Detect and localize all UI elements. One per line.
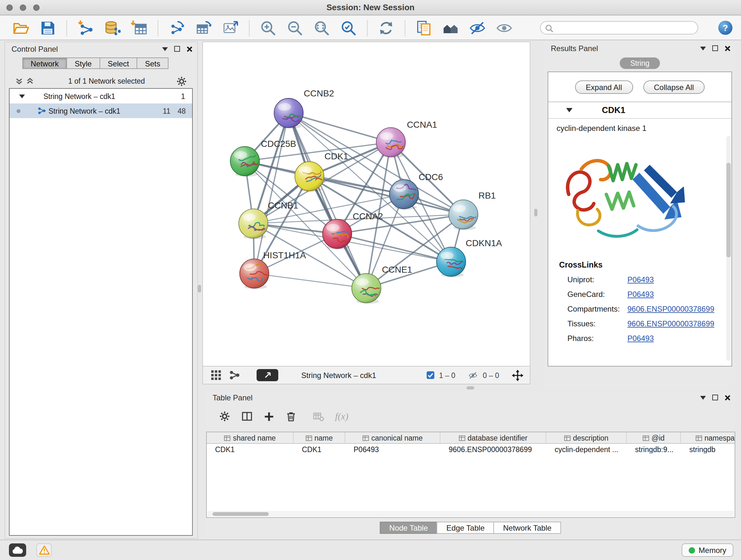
export-image-button[interactable] [222,19,239,36]
panel-float-icon[interactable] [712,395,718,400]
table-cell[interactable]: P06493 [345,446,441,453]
column-header-name[interactable]: name [293,432,345,443]
save-session-button[interactable] [40,19,56,36]
results-scrollbar[interactable] [726,136,731,361]
panel-close-icon[interactable] [724,394,731,401]
help-button[interactable]: ? [718,20,733,36]
edge-HIST1H1A-CCNE1[interactable] [254,273,366,288]
show-columns-button[interactable] [241,411,253,422]
panel-close-icon[interactable] [186,46,193,52]
visibility-button[interactable] [496,19,513,36]
table-row[interactable]: CDK1CDK1P064939606.ENSP00000378699cyclin… [207,444,735,455]
node-CCNA1[interactable]: CCNA1 [376,120,437,158]
node-HIST1H1A[interactable]: HIST1H1A [240,250,306,289]
string-home-button[interactable] [442,19,459,36]
table-cell[interactable]: cyclin-dependent ... [546,446,627,453]
zoom-out-button[interactable] [286,19,303,36]
import-network-database-button[interactable] [104,19,121,36]
column-header-description[interactable]: description [546,432,627,443]
network-collection-row[interactable]: String Network – cdk1 1 [10,89,192,104]
columns-icon [241,411,253,422]
selected-checkbox-icon[interactable] [426,371,434,379]
network-canvas[interactable]: CCNB2CCNA1CDC25BCDK1CDC6RB1CCNB1CCNA2CDK… [203,42,530,367]
collapse-all-icon[interactable] [15,77,23,85]
column-header--id[interactable]: @id [627,432,681,443]
edge-CCNB2-CCNE1[interactable] [289,113,366,288]
table-cell[interactable]: CDK1 [207,446,293,453]
table-horizontal-scrollbar[interactable] [207,511,734,516]
import-table-button[interactable] [131,19,147,36]
panel-float-icon[interactable] [712,45,718,51]
panel-float-icon[interactable] [174,46,180,52]
zoom-selected-button[interactable] [340,19,357,36]
expand-triangle-icon[interactable] [19,94,25,98]
network-row[interactable]: String Network – cdk1 11 48 [10,104,192,118]
move-icon[interactable] [512,369,523,381]
refresh-layout-button[interactable] [378,19,394,36]
collapse-all-button[interactable]: Collapse All [643,80,704,94]
search-input[interactable] [556,22,694,33]
tab-style[interactable]: Style [66,57,100,69]
tab-network[interactable]: Network [22,57,67,69]
zoom-window-button[interactable] [33,4,40,11]
delete-column-button[interactable] [285,411,297,422]
column-header-database-identifier[interactable]: database identifier [441,432,546,443]
node-CDKN1A[interactable]: CDKN1A [436,238,502,277]
string-tab-badge[interactable]: String [620,57,660,69]
crosslink-link[interactable]: P06493 [627,334,654,343]
node-CCNE1[interactable]: CCNE1 [352,265,412,304]
table-cell[interactable]: stringdb:9... [627,446,681,453]
tab-sets[interactable]: Sets [137,57,169,69]
grid-view-icon[interactable] [211,370,221,381]
column-header-shared-name[interactable]: shared name [207,432,293,443]
table-cell[interactable]: 9606.ENSP00000378699 [441,446,546,453]
table-cell[interactable]: CDK1 [293,446,345,453]
cloud-button[interactable] [9,543,26,557]
crosslink-link[interactable]: P06493 [627,290,654,299]
node-CCNB1[interactable]: CCNB1 [239,200,298,239]
edge-CCNB2-HIST1H1A[interactable] [254,113,289,273]
crosslink-link[interactable]: P06493 [627,275,654,284]
clone-network-button[interactable] [415,19,432,36]
table-settings-button[interactable] [219,411,230,422]
bottom-splitter-handle[interactable] [467,386,474,389]
column-header-canonical-name[interactable]: canonical name [345,432,441,443]
tab-select[interactable]: Select [99,57,137,69]
crosslink-link[interactable]: 9606.ENSP00000378699 [627,319,714,328]
open-session-button[interactable] [13,19,29,36]
column-header-namespace[interactable]: namespace [681,432,735,443]
zoom-fit-button[interactable] [313,19,330,36]
add-column-button[interactable] [264,411,274,422]
panel-menu-icon[interactable] [162,47,168,51]
node-RB1[interactable]: RB1 [449,190,495,230]
new-table-button[interactable] [195,19,212,36]
panel-menu-icon[interactable] [700,46,706,50]
left-splitter-handle[interactable] [198,285,201,293]
minimize-window-button[interactable] [20,4,26,11]
network-overview-icon[interactable] [229,370,240,381]
hidden-eye-icon[interactable] [468,371,478,380]
tab-edge-table[interactable]: Edge Table [437,522,494,534]
visibility-off-button[interactable] [469,19,486,36]
memory-button[interactable]: Memory [681,543,733,557]
expand-all-icon[interactable] [26,77,34,85]
gene-section-header[interactable]: CDK1 [548,102,731,119]
tab-node-table[interactable]: Node Table [380,522,437,534]
import-network-file-button[interactable] [77,19,94,36]
crosslink-row: Pharos:P06493 [567,331,731,346]
right-splitter-handle[interactable] [534,209,537,216]
warning-button[interactable] [37,543,52,557]
close-window-button[interactable] [6,4,13,11]
crosslink-link[interactable]: 9606.ENSP00000378699 [627,304,714,313]
panel-menu-icon[interactable] [700,395,706,399]
panel-close-icon[interactable] [724,45,731,51]
column-icon [564,435,570,441]
gear-icon[interactable] [176,76,187,86]
collapse-triangle-icon[interactable] [566,108,572,112]
table-cell[interactable]: stringdb [681,446,735,453]
new-network-button[interactable] [169,19,185,36]
expand-all-button[interactable]: Expand All [575,80,633,94]
zoom-in-button[interactable] [260,19,276,36]
tab-network-table[interactable]: Network Table [494,522,561,534]
birdseye-view-button[interactable] [257,369,278,381]
